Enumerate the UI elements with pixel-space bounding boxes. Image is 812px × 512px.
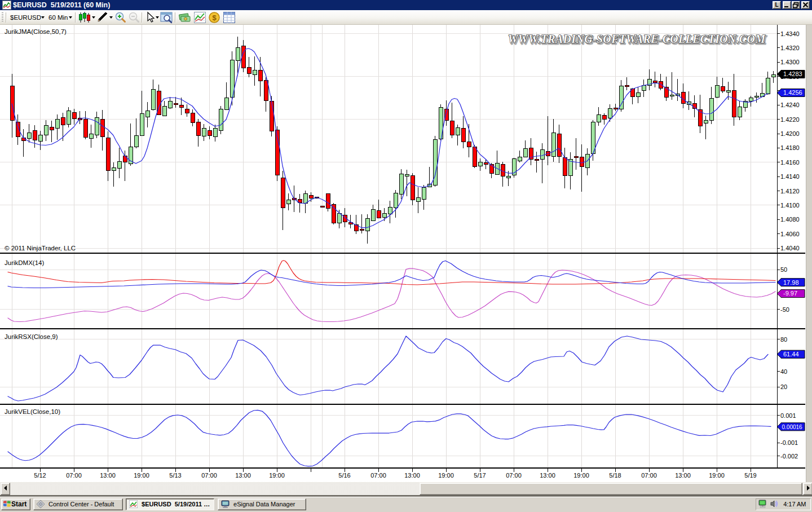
svg-text:07:00: 07:00 (66, 472, 82, 479)
svg-text:1.4060: 1.4060 (780, 231, 800, 237)
svg-text:1.4320: 1.4320 (780, 45, 800, 51)
svg-text:$: $ (212, 14, 217, 22)
svg-text:1.4283: 1.4283 (783, 70, 802, 77)
svg-text:17.98: 17.98 (783, 279, 799, 286)
svg-text:61.44: 61.44 (783, 351, 799, 357)
svg-text:-0.001: -0.001 (780, 439, 798, 446)
svg-text:19:00: 19:00 (269, 472, 285, 479)
svg-text:1.4040: 1.4040 (780, 245, 800, 251)
svg-text:80: 80 (780, 336, 787, 343)
svg-text:WWW.TRADING-SOFTWARE-COLLECTIO: WWW.TRADING-SOFTWARE-COLLECTION.COM (508, 33, 766, 45)
svg-text:13:00: 13:00 (235, 472, 251, 479)
svg-text:JurikJMA(Close,50,7): JurikJMA(Close,50,7) (5, 28, 67, 35)
svg-text:13:00: 13:00 (100, 472, 116, 479)
svg-text:1.4080: 1.4080 (780, 216, 800, 223)
svg-text:5/17: 5/17 (474, 472, 486, 479)
svg-text:JurikVEL(Close,10): JurikVEL(Close,10) (5, 408, 60, 415)
svg-text:1.4200: 1.4200 (780, 130, 800, 137)
svg-text:19:00: 19:00 (573, 472, 589, 479)
svg-text:1.4340: 1.4340 (780, 30, 800, 37)
svg-text:-0.002: -0.002 (780, 453, 798, 460)
svg-text:07:00: 07:00 (201, 472, 217, 479)
svg-text:1.4140: 1.4140 (780, 173, 800, 180)
svg-text:50: 50 (780, 266, 787, 273)
svg-text:13:00: 13:00 (540, 472, 555, 479)
svg-text:13:00: 13:00 (404, 472, 420, 479)
svg-text:13:00: 13:00 (675, 472, 691, 479)
svg-text:1.4256: 1.4256 (783, 89, 802, 96)
svg-text:07:00: 07:00 (506, 472, 522, 479)
svg-text:0.00016: 0.00016 (782, 424, 803, 430)
svg-text:5/13: 5/13 (169, 472, 181, 479)
svg-text:5/18: 5/18 (609, 472, 621, 479)
svg-text:1.4300: 1.4300 (780, 59, 800, 65)
svg-text:0.001: 0.001 (780, 412, 796, 419)
svg-text:1.4160: 1.4160 (780, 159, 800, 166)
svg-text:40: 40 (780, 368, 787, 375)
svg-text:1.4120: 1.4120 (780, 188, 800, 195)
svg-text:5/16: 5/16 (338, 472, 350, 479)
svg-text:19:00: 19:00 (438, 472, 454, 479)
svg-text:5/12: 5/12 (34, 472, 46, 479)
svg-text:19:00: 19:00 (134, 472, 149, 479)
svg-text:1.4100: 1.4100 (780, 202, 800, 209)
svg-text:-9.97: -9.97 (783, 290, 797, 297)
svg-text:1.4180: 1.4180 (780, 144, 800, 151)
svg-text:-50: -50 (780, 306, 789, 313)
svg-text:5/19: 5/19 (744, 472, 756, 479)
svg-text:© 2011 NinjaTrader, LLC: © 2011 NinjaTrader, LLC (5, 245, 76, 251)
svg-text:JurikRSX(Close,9): JurikRSX(Close,9) (5, 333, 58, 340)
svg-text:JurikDMX(14): JurikDMX(14) (5, 259, 44, 266)
svg-text:1.4220: 1.4220 (780, 116, 800, 123)
svg-text:20: 20 (780, 383, 787, 390)
svg-text:19:00: 19:00 (709, 472, 725, 479)
svg-text:07:00: 07:00 (641, 472, 657, 479)
svg-text:07:00: 07:00 (370, 472, 386, 479)
svg-text:1.4240: 1.4240 (780, 101, 800, 108)
